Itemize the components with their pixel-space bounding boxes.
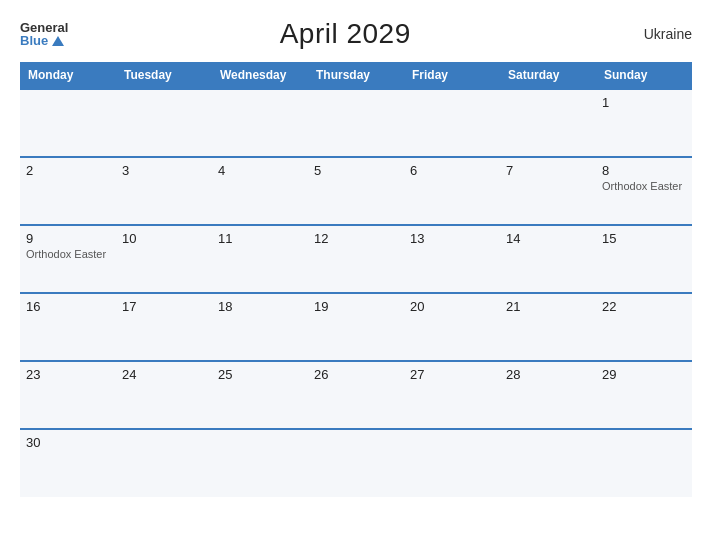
day-number: 9 [26, 231, 110, 246]
weekday-header-thursday: Thursday [308, 62, 404, 89]
day-number: 7 [506, 163, 590, 178]
day-number: 18 [218, 299, 302, 314]
calendar-cell [596, 429, 692, 497]
calendar-cell: 8Orthodox Easter [596, 157, 692, 225]
day-number: 22 [602, 299, 686, 314]
day-number: 28 [506, 367, 590, 382]
day-number: 5 [314, 163, 398, 178]
day-number: 4 [218, 163, 302, 178]
calendar-cell: 25 [212, 361, 308, 429]
calendar-cell: 22 [596, 293, 692, 361]
day-number: 19 [314, 299, 398, 314]
day-number: 30 [26, 435, 110, 450]
day-number: 24 [122, 367, 206, 382]
calendar-cell: 13 [404, 225, 500, 293]
calendar-cell [404, 89, 500, 157]
weekday-header-monday: Monday [20, 62, 116, 89]
calendar-cell [212, 89, 308, 157]
weekday-header-row: MondayTuesdayWednesdayThursdayFridaySatu… [20, 62, 692, 89]
calendar-cell: 26 [308, 361, 404, 429]
calendar-cell: 19 [308, 293, 404, 361]
logo-row: Blue [20, 34, 64, 47]
day-number: 13 [410, 231, 494, 246]
day-number: 29 [602, 367, 686, 382]
calendar-cell [20, 89, 116, 157]
calendar-cell: 11 [212, 225, 308, 293]
calendar-cell: 2 [20, 157, 116, 225]
calendar-cell: 5 [308, 157, 404, 225]
week-row-2: 2345678Orthodox Easter [20, 157, 692, 225]
calendar-cell [404, 429, 500, 497]
logo-blue-text: Blue [20, 34, 48, 47]
calendar-cell: 7 [500, 157, 596, 225]
day-number: 26 [314, 367, 398, 382]
calendar-cell [308, 429, 404, 497]
calendar-cell: 21 [500, 293, 596, 361]
logo: General Blue [20, 21, 68, 47]
calendar-wrapper: General Blue April 2029 Ukraine MondayTu… [0, 0, 712, 550]
calendar-cell: 15 [596, 225, 692, 293]
calendar-cell [500, 89, 596, 157]
day-number: 11 [218, 231, 302, 246]
calendar-cell [308, 89, 404, 157]
day-number: 3 [122, 163, 206, 178]
weekday-header-tuesday: Tuesday [116, 62, 212, 89]
week-row-4: 16171819202122 [20, 293, 692, 361]
day-number: 21 [506, 299, 590, 314]
week-row-1: 1 [20, 89, 692, 157]
calendar-header: General Blue April 2029 Ukraine [20, 18, 692, 50]
calendar-cell: 10 [116, 225, 212, 293]
calendar-cell: 18 [212, 293, 308, 361]
calendar-grid: MondayTuesdayWednesdayThursdayFridaySatu… [20, 62, 692, 497]
weekday-header-wednesday: Wednesday [212, 62, 308, 89]
calendar-cell [212, 429, 308, 497]
calendar-cell: 29 [596, 361, 692, 429]
calendar-cell: 16 [20, 293, 116, 361]
day-event: Orthodox Easter [602, 180, 686, 192]
calendar-cell [116, 89, 212, 157]
calendar-cell: 1 [596, 89, 692, 157]
calendar-cell: 23 [20, 361, 116, 429]
day-number: 16 [26, 299, 110, 314]
day-number: 8 [602, 163, 686, 178]
calendar-cell [116, 429, 212, 497]
calendar-cell: 6 [404, 157, 500, 225]
day-event: Orthodox Easter [26, 248, 110, 260]
day-number: 27 [410, 367, 494, 382]
calendar-cell: 17 [116, 293, 212, 361]
day-number: 10 [122, 231, 206, 246]
calendar-cell: 12 [308, 225, 404, 293]
day-number: 1 [602, 95, 686, 110]
day-number: 14 [506, 231, 590, 246]
calendar-title: April 2029 [68, 18, 622, 50]
day-number: 20 [410, 299, 494, 314]
weekday-header-saturday: Saturday [500, 62, 596, 89]
calendar-cell: 24 [116, 361, 212, 429]
week-row-5: 23242526272829 [20, 361, 692, 429]
calendar-country: Ukraine [622, 26, 692, 42]
weekday-header-sunday: Sunday [596, 62, 692, 89]
day-number: 2 [26, 163, 110, 178]
logo-triangle-icon [52, 36, 64, 46]
day-number: 25 [218, 367, 302, 382]
calendar-cell: 20 [404, 293, 500, 361]
week-row-3: 9Orthodox Easter101112131415 [20, 225, 692, 293]
week-row-6: 30 [20, 429, 692, 497]
day-number: 17 [122, 299, 206, 314]
calendar-cell: 14 [500, 225, 596, 293]
weekday-header-friday: Friday [404, 62, 500, 89]
calendar-cell [500, 429, 596, 497]
calendar-cell: 4 [212, 157, 308, 225]
calendar-cell: 27 [404, 361, 500, 429]
day-number: 12 [314, 231, 398, 246]
day-number: 23 [26, 367, 110, 382]
calendar-cell: 30 [20, 429, 116, 497]
day-number: 15 [602, 231, 686, 246]
calendar-cell: 28 [500, 361, 596, 429]
day-number: 6 [410, 163, 494, 178]
calendar-cell: 3 [116, 157, 212, 225]
calendar-cell: 9Orthodox Easter [20, 225, 116, 293]
